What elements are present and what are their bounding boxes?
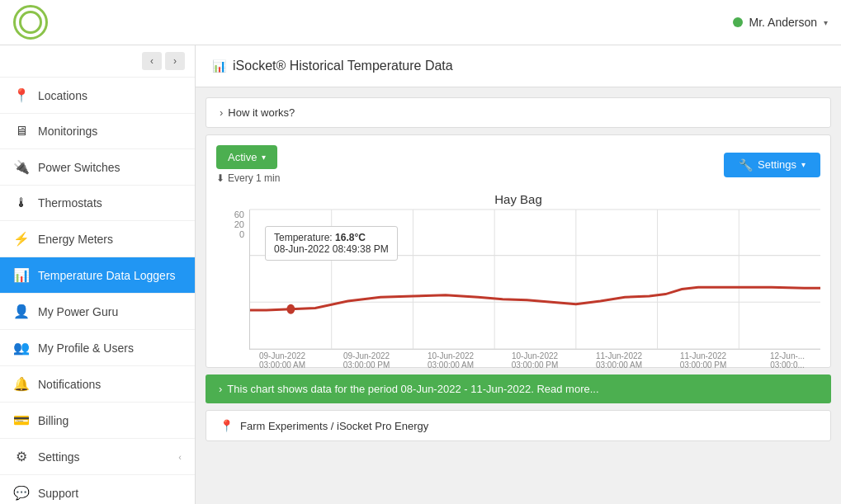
active-label: Active <box>228 151 257 163</box>
chart-area: 60 20 0 Temperature: 16.8°C <box>216 210 820 350</box>
support-icon: 💬 <box>13 485 30 501</box>
download-icon: ⬇ <box>216 172 224 184</box>
location-pin-icon: 📍 <box>13 87 30 103</box>
sidebar-item-label: Thermostats <box>38 196 102 210</box>
y-axis: 60 20 0 <box>216 210 249 239</box>
data-period-bar[interactable]: › This chart shows data for the period 0… <box>206 374 831 403</box>
chart-icon: 📊 <box>13 267 30 283</box>
chart-title: Hay Bag <box>216 192 820 206</box>
user-status-dot <box>733 17 743 27</box>
frequency-label: ⬇ Every 1 min <box>216 172 280 184</box>
user-icon: 👤 <box>13 304 30 319</box>
sidebar-item-label: Power Switches <box>38 161 120 174</box>
thermostat-icon: 🌡 <box>13 195 30 210</box>
x-label-3: 10-Jun-202203:00:00 AM <box>418 351 484 370</box>
sidebar-item-label: Settings <box>38 450 80 464</box>
settings-label: Settings <box>758 158 796 171</box>
sidebar: ‹ › 📍 Locations 🖥 Monitorings 🔌 Power Sw… <box>0 45 196 504</box>
sidebar-item-label: Notifications <box>38 378 101 391</box>
main-layout: ‹ › 📍 Locations 🖥 Monitorings 🔌 Power Sw… <box>0 45 841 504</box>
chart-controls: Active ▾ ⬇ Every 1 min 🔧 Settings ▾ <box>216 145 820 184</box>
chevron-down-icon: ▾ <box>824 18 828 27</box>
sidebar-item-temperature-data-loggers[interactable]: 📊 Temperature Data Loggers <box>0 257 195 294</box>
chart-plot: Temperature: 16.8°C 08-Jun-2022 08:49:38… <box>249 210 820 350</box>
sidebar-item-label: Locations <box>38 89 87 102</box>
logo-area <box>13 5 48 40</box>
how-it-works-label: How it works? <box>228 106 295 119</box>
temperature-line <box>250 287 820 310</box>
chevron-down-icon: ▾ <box>801 160 806 169</box>
chart-container: Hay Bag 60 20 0 Te <box>216 192 820 357</box>
users-icon: 👥 <box>13 340 30 356</box>
sidebar-item-settings[interactable]: ⚙ Settings ‹ <box>0 439 195 475</box>
farm-info-bar: 📍 Farm Experiments / iSocket Pro Energy <box>206 410 831 441</box>
chevron-right-icon: › <box>220 106 223 119</box>
sidebar-item-my-power-guru[interactable]: 👤 My Power Guru <box>0 294 195 330</box>
page-title: iSocket® Historical Temperature Data <box>233 59 453 73</box>
sidebar-item-power-switches[interactable]: 🔌 Power Switches <box>0 149 195 186</box>
content-area: 📊 iSocket® Historical Temperature Data ›… <box>196 45 841 504</box>
x-label-2: 09-Jun-202203:00:00 PM <box>333 351 399 370</box>
how-it-works-panel[interactable]: › How it works? <box>206 97 831 128</box>
sidebar-item-locations[interactable]: 📍 Locations <box>0 78 195 114</box>
x-label-4: 10-Jun-202203:00:00 PM <box>502 351 568 370</box>
toggle-left-btn[interactable]: ‹ <box>142 52 162 70</box>
monitor-icon: 🖥 <box>13 124 30 139</box>
wrench-icon: 🔧 <box>739 158 753 172</box>
x-label-5: 11-Jun-202203:00:00 AM <box>586 351 652 370</box>
billing-icon: 💳 <box>13 412 30 428</box>
topbar: Mr. Anderson ▾ <box>0 0 841 45</box>
content-header-icon: 📊 <box>212 59 226 73</box>
sidebar-item-energy-meters[interactable]: ⚡ Energy Meters <box>0 221 195 257</box>
sidebar-item-label: Monitorings <box>38 125 97 138</box>
sidebar-item-notifications[interactable]: 🔔 Notifications <box>0 366 195 403</box>
chevron-down-icon: ▾ <box>262 153 266 162</box>
sidebar-item-label: Billing <box>38 414 69 427</box>
logo-icon <box>13 5 48 40</box>
x-label-7: 12-Jun-...03:00:0... <box>754 351 820 370</box>
x-label-6: 11-Jun-202203:00:00 PM <box>670 351 736 370</box>
map-pin-icon: 📍 <box>220 419 234 432</box>
sidebar-item-support[interactable]: 💬 Support <box>0 475 195 504</box>
sidebar-item-monitorings[interactable]: 🖥 Monitorings <box>0 114 195 149</box>
farm-info-text: Farm Experiments / iSocket Pro Energy <box>240 420 428 432</box>
user-menu[interactable]: Mr. Anderson ▾ <box>733 16 829 29</box>
sidebar-item-label: Support <box>38 487 78 500</box>
bell-icon: 🔔 <box>13 376 30 392</box>
sidebar-item-label: Energy Meters <box>38 233 113 246</box>
sidebar-toggle: ‹ › <box>0 45 195 78</box>
settings-button[interactable]: 🔧 Settings ▾ <box>724 153 820 177</box>
sidebar-item-label: Temperature Data Loggers <box>38 269 176 282</box>
tooltip-dot <box>286 304 295 314</box>
x-axis-labels: 09-Jun-202203:00:00 AM 09-Jun-202203:00:… <box>216 351 820 370</box>
energy-icon: ⚡ <box>13 231 30 247</box>
chart-section: Active ▾ ⬇ Every 1 min 🔧 Settings ▾ Hay … <box>206 134 831 368</box>
data-period-text: This chart shows data for the period 08-… <box>227 383 598 395</box>
sidebar-item-thermostats[interactable]: 🌡 Thermostats <box>0 186 195 221</box>
chevron-left-icon: ‹ <box>178 452 182 462</box>
x-label-1: 09-Jun-202203:00:00 AM <box>249 351 315 370</box>
plug-icon: 🔌 <box>13 159 30 175</box>
sidebar-item-my-profile-users[interactable]: 👥 My Profile & Users <box>0 330 195 366</box>
user-name: Mr. Anderson <box>749 16 818 29</box>
active-button[interactable]: Active ▾ <box>216 145 277 169</box>
gear-icon: ⚙ <box>13 449 30 464</box>
arrow-right-icon: › <box>219 383 222 395</box>
sidebar-item-billing[interactable]: 💳 Billing <box>0 403 195 439</box>
sidebar-item-label: My Profile & Users <box>38 341 134 355</box>
chart-svg <box>250 210 820 349</box>
toggle-right-btn[interactable]: › <box>165 52 185 70</box>
content-header: 📊 iSocket® Historical Temperature Data <box>196 45 841 87</box>
sidebar-item-label: My Power Guru <box>38 305 118 318</box>
left-controls: Active ▾ ⬇ Every 1 min <box>216 145 280 184</box>
